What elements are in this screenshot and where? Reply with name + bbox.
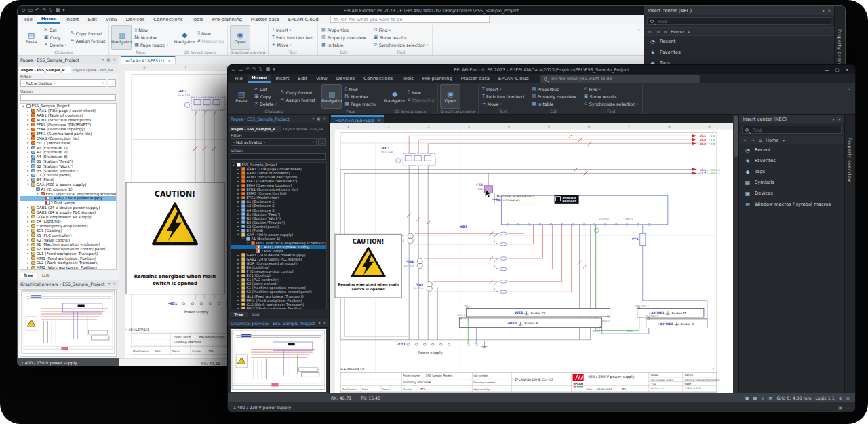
quick-access-toolbar[interactable]: ▱▭↶↷↻▦▾ [228,65,279,74]
tree-expander-icon[interactable]: ▸ [26,164,30,168]
tree-expander-icon[interactable]: ▸ [237,286,240,290]
tree-expander-icon[interactable]: ▸ [237,216,240,220]
tree-item-a2-enclosure-2[interactable]: ▸A2 (Enclosure 2) [20,150,116,155]
tree-item-aaa1-title-page-cover-sheet[interactable]: ▸AAA1 (Title page / cover sheet) [20,109,116,113]
tree-item-gl2-work-workpiece-transport[interactable]: ▸GL2 (Work workpiece: Transport) [20,261,116,265]
move-button[interactable]: +Move▾ [481,100,526,107]
grid-icon[interactable]: ▦ [56,6,60,15]
panel-icon[interactable]: ▣ [838,405,842,410]
page-tree[interactable]: ▾ESS_Sample_Project▸AAA1 (Title page / c… [20,103,117,270]
undo-icon[interactable]: ↶ [245,65,250,74]
find-input[interactable] [656,18,828,24]
tree-expander-icon[interactable]: ▸ [237,168,240,171]
tree-expander-icon[interactable]: ▸ [237,303,240,306]
maximize-button[interactable]: ▢ [835,67,839,73]
tree-expander-icon[interactable]: ▸ [237,294,240,298]
delete-button[interactable]: ✕Delete▾ [43,41,68,48]
tree-expander-icon[interactable]: ▸ [26,136,30,140]
tree-expander-icon[interactable]: ▸ [237,274,240,277]
refresh-icon[interactable]: ↻ [259,65,263,74]
new-button[interactable]: ▯New [133,26,170,33]
tree-item-b2-station-work[interactable]: ▸B2 (Station "Work") [20,163,116,168]
new-button[interactable]: ▯New [343,85,380,92]
tree-expander-icon[interactable]: ▸ [26,229,30,232]
insert-center-item-recent[interactable]: ◔Recent [739,144,844,155]
panel-tab-0[interactable]: Pages - ESS_Sample_P... [229,126,281,132]
tree-item-ec1-cooling[interactable]: ▸EC1 (Cooling) [20,229,116,233]
canvas-scrollbar[interactable] [733,115,738,393]
chevron-down-icon[interactable]: ▾ [62,6,65,15]
tree-item-gab2-24-v-supply-plc-signals[interactable]: ▸GAB2 (24 V supply PLC signals) [20,210,116,214]
layer-icon[interactable]: ▥ [769,396,773,400]
page-tree[interactable]: ▾ESS_Sample_Project▸AAA1 (Title page / c… [230,162,327,309]
find-input[interactable] [751,127,838,133]
open-button[interactable]: ◉Open [230,25,250,50]
fuse-terminals-xd5[interactable]: -XD5 [414,225,571,294]
ribbon-tab-edit[interactable]: Edit [84,16,102,23]
tree-expander-icon[interactable]: ▾ [22,104,25,108]
navigator-button[interactable]: ▥Navigator [111,25,132,50]
synchronize-selection-button[interactable]: ↻Synchronize selection▾ [583,100,640,107]
eplan-window-front[interactable]: ▱▭↶↷↻▦▾ EPLAN Electric P8 2023 - E:\EPLA… [227,64,856,412]
tree-expander-icon[interactable]: ▸ [26,248,30,251]
list-tab[interactable]: List [248,312,263,317]
circuit-breaker-fc1[interactable]: -FC1 In = 32A [381,136,435,165]
tree-item-a1-enclosure-1[interactable]: ▾A1 (Enclosure 1) [20,187,116,191]
filter-more-button[interactable]: ... [318,138,326,146]
filter-combo[interactable]: - Not activated -▾ [231,138,317,146]
properties-button[interactable]: ▤Properties [530,85,578,92]
tree-item-mm1-feed-workpiece-position[interactable]: ▸MM1 (Feed workpiece: Position) [20,256,116,261]
measuring-button[interactable]: ⌀Measuring [196,38,225,45]
tree-expander-icon[interactable]: ▸ [26,118,30,121]
pin-icon[interactable]: ▣ [106,58,110,62]
navigator-button[interactable]: ▥Navigator [321,84,342,109]
tree-expander-icon[interactable]: ▸ [237,212,240,216]
tree-item-s2-machine-operation-control-p[interactable]: ▸S2 (Machine operation control panel) [20,247,116,252]
new-icon[interactable]: ▱ [232,65,235,74]
home-breadcrumb[interactable]: Home [766,138,778,143]
chevron-down-icon[interactable]: ▾ [102,58,104,62]
pages-panel-header[interactable]: Pages - ESS_Sample_Project▾▣✕ [18,56,119,64]
redo-icon[interactable]: ↷ [252,65,256,74]
tree-item-efs1-electrical-engineering-sc[interactable]: ▾EFS1 (Electrical engineering schematic) [20,191,116,196]
pin-icon[interactable]: ▣ [317,117,320,121]
insert-center-nav[interactable]: ←→⌂Home▸ [644,27,834,36]
cut-button[interactable]: ✂Cut [253,85,278,92]
paste-button[interactable]: ▤Paste [231,84,252,109]
circuit-breaker-fc5-selected[interactable]: -FC5 16A [475,173,492,195]
tree-item-f-emergency-stop-control[interactable]: ▸F (Emergency-stop control) [20,224,116,229]
ribbon-tab-view[interactable]: View [102,16,121,23]
tree-item-etc1-model-view[interactable]: ▸ETC1 (Model view) [20,140,116,145]
refresh-icon[interactable]: ↻ [49,6,53,15]
ribbon-tab-connections[interactable]: Connections [149,16,186,23]
ribbon-tab-master-data[interactable]: Master data [247,16,283,23]
tree-expander-icon[interactable]: ▸ [237,229,240,232]
tree-expander-icon[interactable]: ▸ [26,215,30,218]
graphical-preview[interactable] [20,289,117,357]
ribbon-tab-tools[interactable]: Tools [188,16,208,23]
tree-item-b4-field[interactable]: ▸B4 (Field) [20,178,116,182]
tree-item-k2-valve-control[interactable]: ▸K2 (Valve control) [20,237,116,242]
chevron-down-icon[interactable]: ⌄ [846,405,850,410]
tree-expander-icon[interactable]: ▸ [237,258,240,261]
crosshair-icon[interactable]: + [761,396,764,400]
open-icon[interactable]: ▭ [28,6,33,15]
circuit-breaker-fc1[interactable]: -FC1 In = 32A [178,89,225,116]
tree-item-s1-machine-operation-enclosure[interactable]: ▸S1 (Machine operation enclosure) [20,242,116,247]
tree-expander-icon[interactable]: ▸ [26,266,30,269]
tree-expander-icon[interactable]: ▸ [26,206,30,209]
assign-format-button[interactable]: ✏Assign format [69,38,107,45]
back-arrow-icon[interactable]: ← [743,138,747,143]
close-button[interactable]: ✕ [846,67,849,73]
page-macro-button[interactable]: ▦Page macro▾ [343,100,380,107]
ribbon-tab-insert[interactable]: Insert [61,16,83,23]
tree-expander-icon[interactable]: ▸ [237,262,240,265]
tree-expander-icon[interactable]: ▸ [26,155,30,159]
new-button[interactable]: ▯New [406,90,435,96]
forward-arrow-icon[interactable]: → [751,138,754,143]
ribbon-collapse-icon[interactable]: ⌄ [635,25,644,33]
tree-expander-icon[interactable]: ▾ [31,187,35,191]
ribbon-tab-tools[interactable]: Tools [398,75,418,82]
tree-item-efa4-overview-topology[interactable]: ▸EFA4 (Overview topology) [20,127,116,132]
tree-expander-icon[interactable]: ▸ [26,210,30,214]
